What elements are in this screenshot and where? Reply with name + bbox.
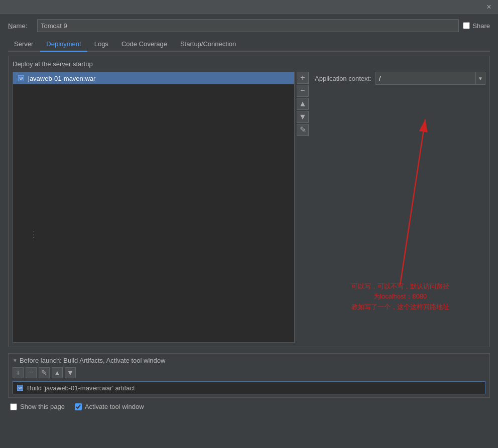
artifact-item-label: javaweb-01-maven:war	[28, 75, 95, 82]
edit-artifact-button[interactable]: ✎	[297, 124, 309, 136]
app-context-input[interactable]	[376, 72, 475, 85]
tab-logs[interactable]: Logs	[88, 37, 114, 52]
app-context-area: Application context: ▼	[315, 72, 485, 343]
tab-server[interactable]: Server	[8, 37, 39, 52]
name-label: Name:	[8, 22, 33, 30]
artifact-item[interactable]: W javaweb-01-maven:war	[13, 72, 294, 84]
bottom-checks: Show this page Activate tool window	[8, 403, 490, 410]
before-launch-buttons: + − ✎ ▲ ▼	[13, 367, 485, 378]
move-up-artifact-button[interactable]: ▲	[297, 98, 309, 110]
annotation-area: 可以写，可以不写，默认访问路径 为localhost：8080 教如写了一个，这…	[315, 87, 485, 343]
deploy-content: W javaweb-01-maven:war + − ▲ ▼ ✎ Applica…	[13, 72, 485, 343]
share-checkbox[interactable]	[463, 22, 470, 29]
share-label: Share	[472, 22, 490, 30]
annotation-text: 可以写，可以不写，默认访问路径 为localhost：8080 教如写了一个，这…	[315, 281, 485, 313]
before-launch-item[interactable]: W Build 'javaweb-01-maven:war' artifact	[13, 381, 485, 394]
artifact-list: W javaweb-01-maven:war	[13, 72, 295, 343]
sidebar-dots: ···	[30, 231, 38, 240]
before-launch-move-up-button[interactable]: ▲	[52, 367, 63, 378]
deploy-panel: Deploy at the server startup W javaweb-0…	[8, 56, 490, 347]
app-context-input-wrap: ▼	[376, 72, 485, 85]
deploy-title: Deploy at the server startup	[13, 60, 485, 68]
app-context-row: Application context: ▼	[315, 72, 485, 85]
show-page-checkbox[interactable]	[10, 403, 17, 410]
app-context-dropdown-button[interactable]: ▼	[475, 72, 485, 85]
tab-code-coverage[interactable]: Code Coverage	[115, 37, 173, 52]
show-page-check-item: Show this page	[10, 403, 65, 410]
before-launch-move-down-button[interactable]: ▼	[65, 367, 76, 378]
move-down-artifact-button[interactable]: ▼	[297, 111, 309, 123]
add-artifact-button[interactable]: +	[297, 72, 309, 84]
tabs: Server Deployment Logs Code Coverage Sta…	[8, 37, 490, 52]
svg-line-1	[400, 119, 425, 285]
annotation-arrow	[315, 87, 485, 343]
artifact-list-area: W javaweb-01-maven:war + − ▲ ▼ ✎	[13, 72, 309, 343]
before-launch-add-button[interactable]: +	[13, 367, 24, 378]
tab-deployment[interactable]: Deployment	[40, 37, 87, 52]
activate-tool-checkbox[interactable]	[75, 403, 82, 410]
close-button[interactable]: ×	[484, 2, 494, 12]
tab-startup-connection[interactable]: Startup/Connection	[174, 37, 242, 52]
title-bar: ×	[0, 0, 498, 14]
name-input[interactable]	[37, 19, 459, 32]
show-page-label: Show this page	[20, 403, 65, 410]
main-content: Name: Share Server Deployment Logs Code …	[0, 14, 498, 415]
before-launch-edit-button[interactable]: ✎	[39, 367, 50, 378]
list-buttons: + − ▲ ▼ ✎	[297, 72, 309, 343]
before-launch-section: ▼ Before launch: Build Artifacts, Activa…	[8, 353, 490, 398]
activate-tool-check-item: Activate tool window	[75, 403, 144, 410]
before-launch-item-icon: W	[16, 384, 24, 392]
collapse-icon: ▼	[13, 358, 18, 363]
activate-tool-label: Activate tool window	[85, 403, 144, 410]
remove-artifact-button[interactable]: −	[297, 85, 309, 97]
share-area: Share	[463, 22, 490, 30]
name-row: Name: Share	[8, 19, 490, 32]
app-context-label: Application context:	[315, 75, 371, 82]
before-launch-remove-button[interactable]: −	[26, 367, 37, 378]
before-launch-title: ▼ Before launch: Build Artifacts, Activa…	[13, 357, 485, 364]
war-icon: W	[17, 74, 25, 82]
before-launch-item-label: Build 'javaweb-01-maven:war' artifact	[27, 384, 135, 392]
